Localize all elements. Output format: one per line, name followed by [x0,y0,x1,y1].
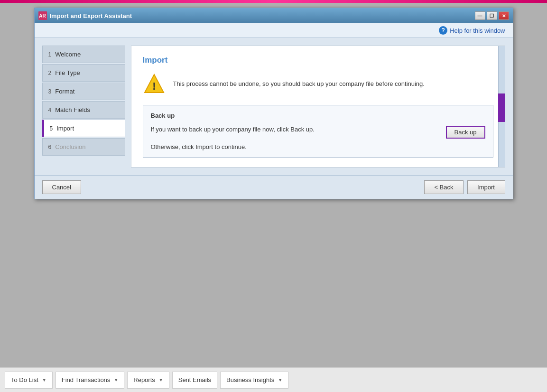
taskbar-insights-arrow: ▼ [278,378,282,383]
step-conclusion: 6 Conclusion [42,138,125,156]
backup-button[interactable]: Back up [446,126,485,139]
main-content: Import ! This process cannot be undone, … [131,46,505,168]
cancel-button[interactable]: Cancel [42,180,81,194]
backup-box-row: If you want to back up your company file… [151,126,485,139]
step-match-fields[interactable]: 4 Match Fields [42,101,125,119]
taskbar-sent-label: Sent Emails [178,376,211,383]
window-title: Import and Export Assistant [50,12,475,19]
scroll-track[interactable] [498,46,505,167]
taskbar: To Do List ▼ Find Transactions ▼ Reports… [0,367,547,392]
step-welcome[interactable]: 1 Welcome [42,46,125,63]
minimize-button[interactable]: — [475,11,485,20]
scroll-thumb [498,93,505,122]
help-label: Help for this window [450,27,505,34]
footer-left: Cancel [42,180,81,194]
taskbar-find-transactions[interactable]: Find Transactions ▼ [56,372,125,389]
help-icon: ? [439,26,447,35]
dialog-window: AR Import and Export Assistant — ❐ ✕ ? H… [34,8,513,199]
warning-row: ! This process cannot be undone, so you … [143,73,493,95]
taskbar-reports-arrow: ▼ [159,378,163,383]
warning-text: This process cannot be undone, so you sh… [173,79,425,89]
taskbar-find-arrow: ▼ [114,378,118,383]
taskbar-reports-label: Reports [133,376,155,383]
close-button[interactable]: ✕ [499,11,509,20]
main-area: AR Import and Export Assistant — ❐ ✕ ? H… [0,3,547,367]
step-import[interactable]: 5 Import [42,120,125,137]
taskbar-todo-label: To Do List [11,376,38,383]
taskbar-reports[interactable]: Reports ▼ [127,372,169,389]
backup-box: Back up If you want to back up your comp… [143,105,493,158]
import-button[interactable]: Import [467,180,505,194]
dialog-body: 1 Welcome 2 File Type 3 Format 4 Match F… [35,38,513,175]
footer-right: < Back Import [424,180,505,194]
backup-line1: If you want to back up your company file… [151,126,446,133]
backup-line2: Otherwise, click Import to continue. [151,143,485,150]
warning-icon: ! [143,73,166,95]
section-title: Import [143,56,493,65]
restore-button[interactable]: ❐ [487,11,497,20]
help-bar: ? Help for this window [35,23,513,38]
step-format[interactable]: 3 Format [42,83,125,100]
back-button[interactable]: < Back [424,180,463,194]
window-icon: AR [38,11,47,20]
taskbar-business-insights[interactable]: Business Insights ▼ [220,372,288,389]
taskbar-todo-arrow: ▼ [42,378,46,383]
step-file-type[interactable]: 2 File Type [42,64,125,82]
title-bar: AR Import and Export Assistant — ❐ ✕ [35,8,513,23]
steps-sidebar: 1 Welcome 2 File Type 3 Format 4 Match F… [42,46,125,168]
taskbar-sent-emails[interactable]: Sent Emails [172,372,217,389]
taskbar-find-label: Find Transactions [62,376,111,383]
taskbar-todo-list[interactable]: To Do List ▼ [5,372,53,389]
help-link[interactable]: ? Help for this window [439,26,505,35]
backup-box-header: Back up [151,112,485,119]
dialog-footer: Cancel < Back Import [35,175,513,199]
svg-text:!: ! [152,80,156,92]
taskbar-insights-label: Business Insights [226,376,274,383]
window-controls: — ❐ ✕ [475,11,509,20]
